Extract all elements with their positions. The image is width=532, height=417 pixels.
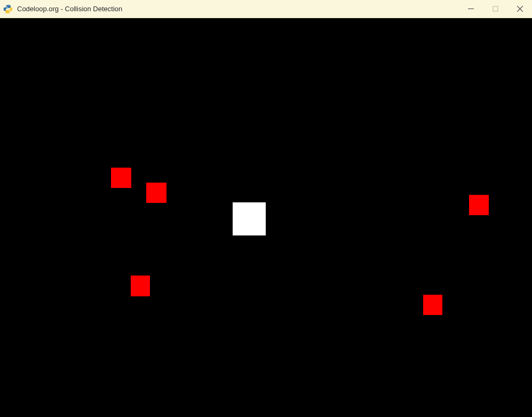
restore-icon	[493, 6, 498, 12]
minimize-icon	[468, 6, 474, 12]
python-logo-icon	[3, 4, 13, 14]
enemy-square	[146, 183, 166, 203]
enemy-square	[469, 195, 489, 215]
window-title: Codeloop.org - Collision Detection	[17, 5, 122, 13]
enemy-square	[423, 295, 442, 315]
close-button[interactable]	[507, 0, 532, 18]
svg-rect-1	[493, 6, 498, 11]
minimize-button[interactable]	[458, 0, 483, 18]
svg-rect-0	[468, 9, 474, 9]
player-square[interactable]	[233, 202, 266, 235]
restore-button[interactable]	[483, 0, 507, 18]
game-canvas[interactable]	[0, 18, 532, 417]
enemy-square	[111, 168, 131, 188]
titlebar[interactable]: Codeloop.org - Collision Detection	[0, 0, 532, 18]
enemy-square	[131, 276, 150, 296]
app-window: Codeloop.org - Collision Detection	[0, 0, 532, 417]
close-icon	[517, 6, 523, 12]
